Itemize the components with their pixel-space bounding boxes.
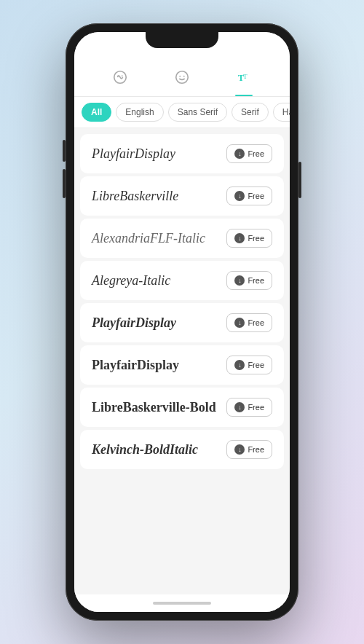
free-button[interactable]: Free [226, 229, 272, 248]
svg-point-1 [117, 75, 119, 76]
free-label: Free [248, 318, 264, 327]
font-name-label: LibreBaskerville-Bold [92, 400, 216, 415]
download-icon [234, 191, 245, 201]
font-name-label: PlayfairDisplay [92, 146, 175, 162]
notch [146, 32, 218, 48]
filter-handwriting[interactable]: Ha [273, 103, 290, 122]
download-icon [234, 402, 245, 412]
free-button[interactable]: Free [226, 271, 272, 290]
volume-down-button [63, 169, 66, 198]
free-label: Free [248, 149, 264, 158]
free-label: Free [248, 361, 264, 369]
free-button[interactable]: Free [226, 440, 272, 459]
free-button[interactable]: Free [226, 186, 272, 205]
font-list: PlayfairDisplay Free LibreBaskerville Fr… [74, 128, 290, 594]
download-icon [234, 149, 245, 159]
free-label: Free [248, 276, 264, 285]
tab-bar: T T [74, 58, 290, 97]
tab-font[interactable]: T T [231, 64, 257, 90]
font-name-label: Kelvinch-BoldItalic [92, 442, 198, 458]
free-button[interactable]: Free [226, 356, 272, 374]
free-button[interactable]: Free [226, 398, 272, 417]
font-name-label: LibreBaskerville [92, 189, 178, 204]
font-item[interactable]: Alegreya-Italic Free [80, 261, 284, 300]
phone-frame: T T All English Sans Serif Serif Ha Play… [66, 23, 298, 621]
free-label: Free [248, 192, 264, 200]
download-icon [234, 318, 245, 328]
svg-point-4 [179, 76, 181, 77]
tab-sticker[interactable] [107, 64, 133, 90]
tab-emoji[interactable] [169, 64, 195, 90]
free-label: Free [248, 445, 264, 454]
free-label: Free [248, 403, 264, 412]
filter-all[interactable]: All [82, 103, 111, 122]
power-button [298, 162, 301, 198]
svg-point-2 [121, 75, 122, 76]
font-item[interactable]: AlexandriaFLF-Italic Free [80, 219, 284, 258]
font-name-label: AlexandriaFLF-Italic [92, 231, 205, 246]
font-item[interactable]: PlayfairDisplay Free [80, 345, 284, 385]
download-icon [234, 233, 245, 243]
filter-english[interactable]: English [116, 103, 163, 122]
font-item[interactable]: PlayfairDisplay Free [80, 134, 284, 173]
filter-serif[interactable]: Serif [232, 103, 269, 122]
font-item[interactable]: LibreBaskerville-Bold Free [80, 388, 284, 427]
download-icon [234, 444, 245, 455]
font-name-label: PlayfairDisplay [92, 358, 179, 373]
font-item[interactable]: LibreBaskerville Free [80, 176, 284, 216]
free-button[interactable]: Free [226, 144, 272, 163]
home-bar [153, 602, 211, 605]
free-button[interactable]: Free [226, 313, 272, 332]
font-name-label: Alegreya-Italic [92, 273, 170, 288]
download-icon [234, 360, 245, 370]
svg-text:T: T [243, 73, 248, 80]
filter-sans-serif[interactable]: Sans Serif [168, 103, 227, 122]
svg-point-5 [183, 76, 185, 77]
filter-bar: All English Sans Serif Serif Ha [74, 97, 290, 128]
font-item[interactable]: PlayfairDisplay Free [80, 303, 284, 342]
phone-screen: T T All English Sans Serif Serif Ha Play… [74, 32, 290, 612]
font-name-label: PlayfairDisplay [92, 315, 176, 331]
font-item[interactable]: Kelvinch-BoldItalic Free [80, 430, 284, 469]
svg-point-3 [176, 71, 189, 84]
home-indicator [74, 594, 290, 612]
free-label: Free [248, 234, 264, 243]
volume-up-button [63, 140, 66, 162]
download-icon [234, 275, 245, 286]
